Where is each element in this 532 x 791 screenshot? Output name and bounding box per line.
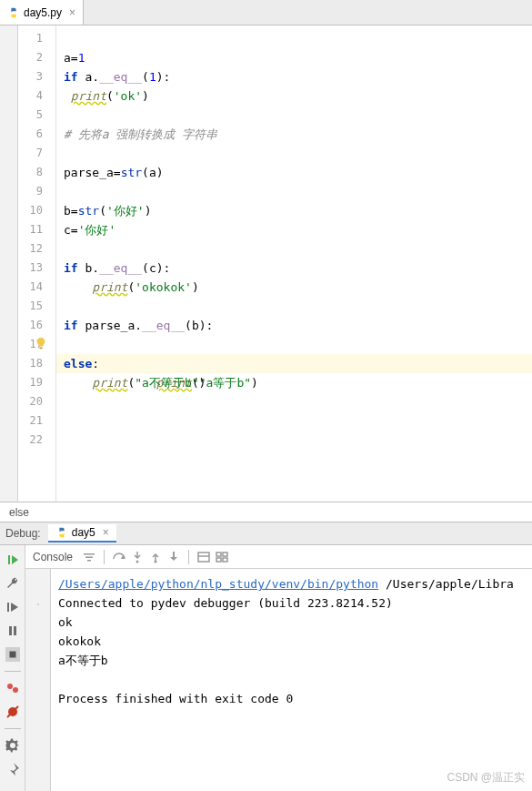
console-text: Process finished with exit code 0 [58,692,293,705]
run-to-cursor-icon[interactable] [166,550,181,564]
project-tool-rail[interactable] [0,25,18,502]
line-number: 18 [18,354,55,373]
svg-point-8 [13,687,18,693]
line-number: 1 [18,29,55,48]
code-line: b=str('你好') [56,201,532,220]
debug-toolbar: Debug: day5 × [0,522,532,545]
step-into-icon[interactable] [130,550,145,564]
code-wrapper: 1 2 3 4 5 6 7 8 9 10 11 12 13 14 15 16 1… [18,25,532,502]
svg-point-14 [136,560,139,563]
console-tab-bar: Console [25,545,532,569]
svg-rect-4 [9,626,12,635]
code-line [56,106,532,125]
wrench-icon[interactable] [5,576,20,591]
debug-panel: Console /Users/apple/pyth [0,545,532,791]
debug-tab-close-icon[interactable]: × [99,526,109,539]
line-number: 3 [18,67,55,86]
line-number: 19 [18,373,55,392]
console-text: okokok [58,634,101,648]
line-number: 4 [18,86,55,106]
console-output[interactable]: /Users/apple/python/nlp_study/venv/bin/p… [51,569,532,791]
code-line [56,239,532,259]
line-number: 20 [18,392,55,411]
code-line [56,182,532,201]
rerun-icon[interactable] [5,553,20,567]
line-number: 11 [18,220,55,239]
watermark: CSDN @温正实 [447,770,525,786]
code-line [56,29,532,48]
debug-action-toolbar [0,545,25,791]
python-file-icon [55,526,68,539]
breadcrumb-text: else [9,506,29,519]
editor-tab-day5[interactable]: day5.py × [0,0,84,25]
view-breakpoints-icon[interactable] [5,681,20,695]
svg-rect-6 [9,652,15,658]
evaluate-icon[interactable] [196,550,211,564]
settings-icon[interactable] [5,738,20,753]
svg-rect-19 [216,553,221,556]
console-text: Connected to pydev debugger (build 223.8… [58,596,393,610]
pause-icon[interactable] [5,624,20,638]
console-link[interactable]: /Users/apple/python/nlp_study/venv/bin/p… [58,577,378,591]
debug-label: Debug: [5,527,41,540]
code-line: else: [56,354,532,373]
debug-config-name: day5 [72,526,95,539]
debug-config-tab[interactable]: day5 × [48,524,116,543]
console-side-toolbar [25,569,51,791]
console-text: a不等于b [58,654,108,667]
svg-rect-20 [223,553,227,556]
line-number: 6 [18,125,55,144]
intention-bulb-icon[interactable] [35,337,47,350]
code-line: # 先将a 强制转换成 字符串 [56,125,532,144]
line-number: 13 [18,259,55,278]
svg-rect-17 [198,553,209,562]
pin-icon[interactable] [5,762,20,776]
console-tab[interactable]: Console [27,549,78,565]
code-line [56,392,532,411]
line-number: 2 [18,48,55,67]
code-line: print('ok') [56,86,532,106]
svg-rect-5 [14,626,16,635]
line-number: 14 [18,278,55,297]
layout-icon[interactable] [215,550,229,564]
line-number: 21 [18,411,55,431]
separator [188,550,189,564]
console-text: ok [58,615,73,629]
tab-filename: day5.py [24,6,62,19]
scroll-to-end-icon[interactable] [37,603,39,605]
svg-rect-1 [39,347,43,349]
line-number: 8 [18,163,55,182]
code-line: print('okokok') [56,278,532,297]
code-line: print("a不等于b") [56,373,532,392]
code-editor[interactable]: a=1 if a.__eq__(1): print('ok') # 先将a 强制… [56,25,532,502]
stop-icon[interactable] [5,647,20,662]
code-line: if b.__eq__(c): [56,259,532,278]
tab-close-icon[interactable]: × [65,6,75,19]
step-over-icon[interactable] [112,550,126,564]
code-line [56,297,532,316]
code-line: parse_a=str(a) [56,163,532,182]
line-number: 9 [18,182,55,201]
editor-tab-bar: day5.py × [0,0,532,25]
gutter: 1 2 3 4 5 6 7 8 9 10 11 12 13 14 15 16 1… [18,25,56,502]
breadcrumb[interactable]: else [0,502,532,522]
console-output-wrap: /Users/apple/python/nlp_study/venv/bin/p… [25,569,532,791]
filter-icon[interactable] [82,550,96,564]
resume-icon[interactable] [5,600,20,614]
console-area: Console /Users/apple/pyth [25,545,532,791]
code-line [56,144,532,163]
line-number: 22 [18,431,55,450]
mute-breakpoints-icon[interactable] [5,705,20,719]
step-out-icon[interactable] [148,550,163,564]
code-line: a=1 [56,48,532,67]
svg-rect-22 [223,558,227,562]
line-number: 15 [18,297,55,316]
separator [104,550,105,564]
code-line: if parse_a.__eq__(b): [56,316,532,335]
svg-point-7 [7,684,13,689]
svg-rect-11 [84,553,95,555]
editor-area: 1 2 3 4 5 6 7 8 9 10 11 12 13 14 15 16 1… [0,25,532,502]
svg-point-15 [155,560,157,563]
svg-rect-3 [7,603,9,612]
code-line: c='你好' [56,220,532,239]
